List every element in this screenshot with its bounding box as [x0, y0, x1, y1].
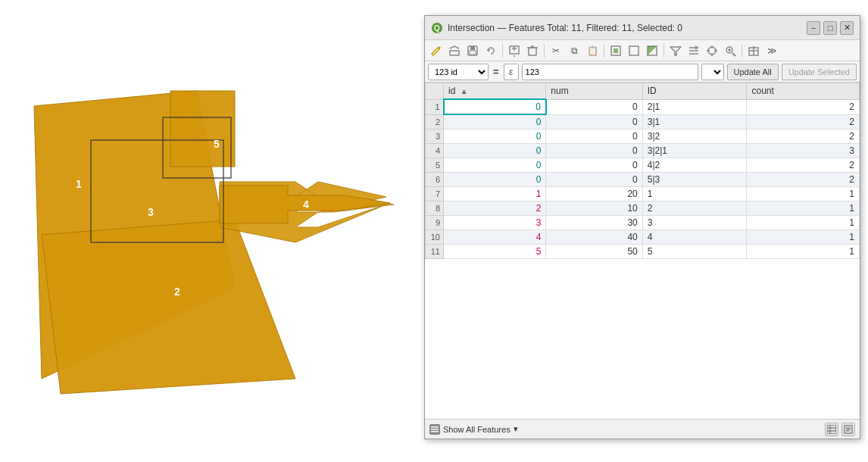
toggle-editing-button[interactable] [428, 42, 445, 59]
cell-id[interactable]: 0 [444, 130, 546, 144]
cell-count[interactable]: 1 [747, 216, 860, 230]
table-row[interactable]: 1155051 [426, 245, 860, 259]
cell-id[interactable]: 2 [444, 201, 546, 216]
svg-rect-10 [450, 51, 459, 55]
cell-count[interactable]: 2 [747, 158, 860, 173]
title-bar-controls[interactable]: − □ ✕ [807, 21, 854, 35]
cell-count[interactable]: 2 [747, 99, 860, 114]
cell-ID[interactable]: 3|2|1 [642, 144, 747, 158]
move-selection-button[interactable] [685, 42, 702, 59]
cell-count[interactable]: 1 [747, 187, 860, 201]
cell-num[interactable]: 0 [546, 144, 642, 158]
save-edits-button[interactable] [464, 42, 481, 59]
more-button[interactable]: ≫ [763, 42, 780, 59]
cell-count[interactable]: 1 [747, 245, 860, 259]
cell-ID[interactable]: 2 [642, 201, 747, 216]
copy-selected-button[interactable]: ⧉ [566, 42, 582, 59]
table-row[interactable]: 6005|32 [426, 173, 860, 187]
cell-num[interactable]: 0 [546, 99, 642, 114]
cell-ID[interactable]: 5|3 [642, 173, 747, 187]
cell-count[interactable]: 1 [747, 201, 860, 216]
invert-selection-button[interactable] [644, 42, 660, 59]
edit-selected-button[interactable] [446, 42, 463, 59]
cell-id[interactable]: 0 [444, 99, 546, 114]
cell-id[interactable]: 0 [444, 173, 546, 187]
cell-id[interactable]: 3 [444, 216, 546, 230]
cell-num[interactable]: 30 [546, 216, 642, 230]
cell-num[interactable]: 0 [546, 173, 642, 187]
cell-id[interactable]: 5 [444, 245, 546, 259]
table-row[interactable]: 712011 [426, 187, 860, 201]
cell-ID[interactable]: 4 [642, 230, 747, 245]
cell-count[interactable]: 2 [747, 173, 860, 187]
close-button[interactable]: ✕ [840, 21, 854, 35]
cell-num[interactable]: 10 [546, 201, 642, 216]
svg-line-37 [732, 53, 735, 56]
col-header-ID[interactable]: ID [642, 83, 747, 100]
row-number: 3 [426, 130, 444, 144]
cell-num[interactable]: 0 [546, 114, 642, 130]
cell-id[interactable]: 1 [444, 187, 546, 201]
table-row[interactable]: 4003|2|13 [426, 144, 860, 158]
refresh-button[interactable] [482, 42, 499, 59]
update-selected-button[interactable]: Update Selected [782, 64, 857, 80]
table-row[interactable]: 933031 [426, 216, 860, 230]
table-row[interactable]: 2003|12 [426, 114, 860, 130]
delete-selected-button[interactable] [524, 42, 541, 59]
paste-button[interactable]: 📋 [584, 42, 601, 59]
show-features-button[interactable]: Show All Features ▾ [429, 424, 518, 435]
cell-ID[interactable]: 1 [642, 187, 747, 201]
cell-num[interactable]: 0 [546, 158, 642, 173]
cell-ID[interactable]: 2|1 [642, 99, 747, 114]
add-feature-button[interactable] [506, 42, 523, 59]
filter-field-select[interactable]: 123 id [428, 64, 489, 80]
cell-id[interactable]: 0 [444, 144, 546, 158]
row-number: 5 [426, 158, 444, 173]
table-row[interactable]: 821021 [426, 201, 860, 216]
separator-1 [502, 44, 503, 58]
cell-ID[interactable]: 3|1 [642, 114, 747, 130]
cell-num[interactable]: 0 [546, 130, 642, 144]
table-container[interactable]: id ▲ num ID count 1002|122003|123003|224… [425, 83, 860, 419]
cell-id[interactable]: 0 [444, 114, 546, 130]
form-view-button[interactable] [841, 423, 855, 436]
deselect-all-button[interactable] [626, 42, 642, 59]
cell-count[interactable]: 1 [747, 230, 860, 245]
minimize-button[interactable]: − [807, 21, 820, 35]
cell-count[interactable]: 3 [747, 144, 860, 158]
cell-num[interactable]: 20 [546, 187, 642, 201]
filter-value-input[interactable] [522, 64, 698, 80]
separator-5 [742, 44, 742, 58]
zoom-to-selected-button[interactable] [722, 42, 738, 59]
table-row[interactable]: 3003|22 [426, 130, 860, 144]
cell-id[interactable]: 4 [444, 230, 546, 245]
cut-selected-button[interactable]: ✂ [548, 42, 564, 59]
table-view-button[interactable] [825, 423, 838, 436]
table-row[interactable]: 5004|22 [426, 158, 860, 173]
cell-id[interactable]: 0 [444, 158, 546, 173]
cell-ID[interactable]: 5 [642, 245, 747, 259]
maximize-button[interactable]: □ [823, 21, 837, 35]
select-all-button[interactable] [607, 42, 624, 59]
cell-count[interactable]: 2 [747, 114, 860, 130]
col-header-id[interactable]: id ▲ [444, 83, 546, 100]
col-header-count[interactable]: count [747, 83, 860, 100]
table-row[interactable]: 1044041 [426, 230, 860, 245]
pan-to-selected-button[interactable] [704, 42, 720, 59]
cell-count[interactable]: 2 [747, 130, 860, 144]
filter-epsilon-button[interactable]: ε [504, 64, 519, 80]
cell-num[interactable]: 50 [546, 245, 642, 259]
cell-ID[interactable]: 4|2 [642, 158, 747, 173]
update-all-button[interactable]: Update All [727, 64, 779, 80]
filter-button[interactable] [667, 42, 684, 59]
filter-value-dropdown[interactable]: ▾ [701, 64, 724, 80]
separator-3 [604, 44, 604, 58]
new-field-button[interactable] [745, 42, 762, 59]
map-panel: 1 2 3 4 5 [0, 0, 432, 462]
cell-ID[interactable]: 3|2 [642, 130, 747, 144]
table-row[interactable]: 1002|12 [426, 99, 860, 114]
col-header-num[interactable]: num [546, 83, 642, 100]
cell-num[interactable]: 40 [546, 230, 642, 245]
row-number: 4 [426, 144, 444, 158]
cell-ID[interactable]: 3 [642, 216, 747, 230]
